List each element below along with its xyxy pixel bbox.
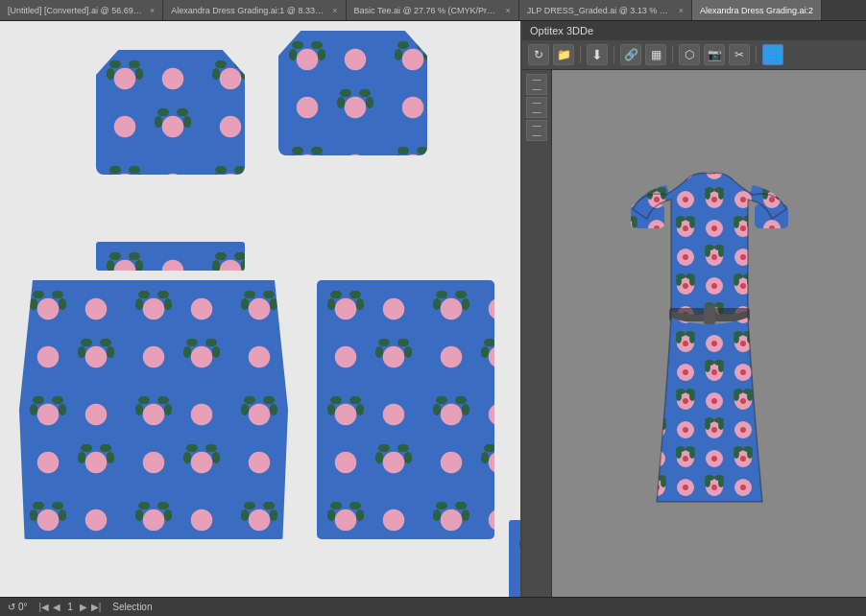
camera-btn[interactable]: 📷 xyxy=(704,44,725,65)
tab-alexandra1[interactable]: Alexandra Dress Grading.ai:1 @ 8.33 % (C… xyxy=(163,0,346,21)
page-number: 1 xyxy=(67,602,73,612)
optitex-titlebar: Optitex 3DDe xyxy=(522,21,866,40)
grid-btn[interactable]: ▦ xyxy=(645,44,666,65)
refresh-btn[interactable]: ↻ xyxy=(528,44,549,65)
tab-close-4[interactable]: × xyxy=(679,6,684,15)
piece-bottom-strip[interactable] xyxy=(509,520,520,597)
dress-viewport[interactable]: Export 3D Design xyxy=(552,70,866,597)
canvas-area[interactable] xyxy=(0,21,520,597)
download-btn[interactable]: ⬇ xyxy=(587,44,608,65)
rotation-indicator: ↺ 0° xyxy=(8,602,28,612)
tab-close-2[interactable]: × xyxy=(332,6,337,15)
nav-next-btn[interactable]: ▶ xyxy=(80,602,87,612)
align-mid-btn[interactable]: —— xyxy=(526,97,547,118)
nav-prev-btn[interactable]: ◀ xyxy=(53,602,60,612)
optitex-panel: Optitex 3DDe ↻ 📁 ⬇ 🔗 ▦ ⬡ 📷 ✂ 🌐 —— —— —— xyxy=(520,21,866,597)
main-area: Optitex 3DDe ↻ 📁 ⬇ 🔗 ▦ ⬡ 📷 ✂ 🌐 —— —— —— xyxy=(0,21,866,597)
folder-btn[interactable]: 📁 xyxy=(553,44,574,65)
tab-basic-tee[interactable]: Basic Tee.ai @ 27.76 % (CMYK/Preview) × xyxy=(347,0,519,21)
align-bot-btn[interactable]: —— xyxy=(526,120,547,141)
globe-btn[interactable]: 🌐 xyxy=(762,44,783,65)
piece-crop-top-1[interactable] xyxy=(96,50,245,175)
optitex-toolbar: ↻ 📁 ⬇ 🔗 ▦ ⬡ 📷 ✂ 🌐 xyxy=(522,40,866,70)
piece-waistband[interactable] xyxy=(96,242,245,271)
rotation-icon: ↺ xyxy=(8,602,15,612)
tab-close-3[interactable]: × xyxy=(506,6,511,15)
separator-1 xyxy=(580,46,581,63)
tab-alexandra2[interactable]: Alexandra Dress Grading.ai:2 xyxy=(692,0,822,21)
svg-rect-20 xyxy=(704,305,715,324)
tab-untitled[interactable]: [Untitled] [Converted].ai @ 56.69 % (CMY… xyxy=(0,0,163,21)
separator-4 xyxy=(756,46,757,63)
tab-close-1[interactable]: × xyxy=(150,6,155,15)
separator-3 xyxy=(672,46,673,63)
piece-crop-top-2[interactable] xyxy=(278,31,427,155)
align-top-btn[interactable]: —— xyxy=(526,74,547,95)
status-bar: ↺ 0° |◀ ◀ 1 ▶ ▶| Selection xyxy=(0,597,866,616)
link-btn[interactable]: 🔗 xyxy=(620,44,641,65)
paint-btn[interactable]: ⬡ xyxy=(679,44,700,65)
tab-bar: [Untitled] [Converted].ai @ 56.69 % (CMY… xyxy=(0,0,866,21)
nav-start-btn[interactable]: |◀ xyxy=(39,602,50,612)
tab-jlp-dress[interactable]: JLP DRESS_Graded.ai @ 3.13 % (CMYK/Previ… xyxy=(519,0,692,21)
separator-2 xyxy=(613,46,614,63)
tool-indicator: Selection xyxy=(112,602,152,612)
nav-arrows[interactable]: |◀ ◀ 1 ▶ ▶| xyxy=(39,602,102,612)
dress-3d-model xyxy=(613,156,806,511)
pattern-pieces xyxy=(0,21,520,597)
crop-btn[interactable]: ✂ xyxy=(729,44,750,65)
piece-skirt-panel[interactable] xyxy=(317,280,494,539)
nav-end-btn[interactable]: ▶| xyxy=(91,602,102,612)
optitex-title: Optitex 3DDe xyxy=(530,25,593,36)
piece-skirt[interactable] xyxy=(19,280,288,539)
